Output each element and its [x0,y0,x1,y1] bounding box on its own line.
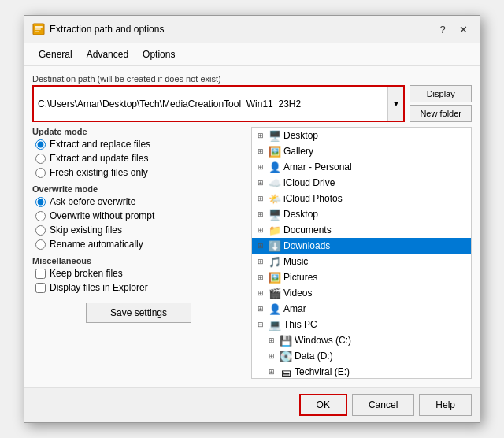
tree-item-label: Videos [284,288,312,299]
check-display-explorer[interactable]: Display files in Explorer [35,282,245,293]
tree-item-label: Music [284,256,308,267]
extraction-dialog: Extraction path and options ? ✕ General … [24,15,480,423]
new-folder-button[interactable]: New folder [410,105,472,122]
expand-icon[interactable]: ⊞ [255,272,266,283]
expand-icon[interactable]: ⊞ [255,177,266,188]
tree-item-data[interactable]: ⊞ 💽 Data (D:) [252,348,471,364]
misc-label: Miscellaneous [32,256,245,265]
tree-folder-icon: 🖼️ [269,145,281,158]
tree-item[interactable]: ⊞ 👤 Amar - Personal [252,159,471,175]
overwrite-mode-section: Overwrite mode Ask before overwrite Over… [32,184,245,250]
menu-bar: General Advanced Options [24,43,480,66]
radio-overwrite-prompt[interactable]: Overwrite without prompt [35,210,245,221]
tree-item-label: Data (D:) [295,351,333,362]
save-settings-button[interactable]: Save settings [86,303,191,323]
tree-item[interactable]: ⊞ 📁 Documents [252,222,471,238]
dest-input-wrap: ▼ [32,85,405,122]
save-settings-row: Save settings [32,303,245,323]
display-button[interactable]: Display [410,85,472,102]
menu-general[interactable]: General [32,46,79,62]
dest-row: ▼ Display New folder [32,85,472,122]
svg-rect-2 [35,28,41,30]
tree-folder-icon: 🖥️ [269,208,281,221]
radio-skip-existing[interactable]: Skip existing files [35,225,245,236]
expand-icon[interactable]: ⊞ [255,146,266,157]
tree-item[interactable]: ⊞ ☁️ iCloud Drive [252,175,471,191]
expand-icon[interactable]: ⊞ [255,256,266,267]
tree-folder-icon: 💽 [280,350,292,362]
expand-icon[interactable]: ⊞ [255,130,266,141]
tree-item-label: Downloads [284,240,330,251]
expand-icon[interactable]: ⊞ [255,161,266,173]
tree-item-label: Desktop [284,130,318,141]
cancel-button[interactable]: Cancel [352,394,414,416]
tree-item-label: iCloud Photos [284,193,343,204]
expand-icon[interactable]: ⊞ [255,288,266,299]
tree-item-label: Gallery [284,146,313,157]
tree-item-label: This PC [284,319,317,330]
update-mode-label: Update mode [32,127,245,136]
menu-options[interactable]: Options [136,46,181,62]
tree-item[interactable]: ⊞ 🖼️ Pictures [252,269,471,285]
tree-item-thispc[interactable]: ⊟ 💻 This PC [252,317,471,332]
misc-checkboxes: Keep broken files Display files in Explo… [35,268,245,293]
svg-rect-3 [35,31,39,32]
dest-buttons: Display New folder [410,85,472,122]
ask-before-label: Ask before overwrite [50,196,135,207]
tree-item-techviral[interactable]: ⊞ 🖴 Techviral (E:) [252,364,471,379]
expand-icon[interactable]: ⊞ [255,225,266,236]
title-bar: Extraction path and options ? ✕ [24,16,480,43]
help-footer-button[interactable]: Help [419,394,472,416]
fresh-existing-label: Fresh existing files only [50,167,148,178]
tree-item[interactable]: ⊞ 👤 Amar [252,301,471,317]
tree-item-downloads[interactable]: ⊞ ⬇️ Downloads [252,238,471,254]
dest-dropdown-btn[interactable]: ▼ [387,87,403,121]
tree-folder-icon: 🖴 [280,366,292,378]
tree-folder-icon: 🖼️ [269,271,281,284]
update-mode-radios: Extract and replace files Extract and up… [35,139,245,178]
dialog-content: Destination path (will be created if doe… [24,66,480,387]
menu-advanced[interactable]: Advanced [80,46,135,62]
tree-item[interactable]: ⊞ 🎵 Music [252,254,471,269]
check-keep-broken[interactable]: Keep broken files [35,268,245,279]
expand-icon[interactable]: ⊟ [255,319,266,330]
tree-item-label: Pictures [284,272,317,283]
folder-tree[interactable]: ⊞ 🖥️ Desktop ⊞ 🖼️ Gallery ⊞ 👤 Amar - Per… [251,127,472,379]
radio-ask-before[interactable]: Ask before overwrite [35,196,245,207]
tree-item[interactable]: ⊞ 🖥️ Desktop [252,128,471,143]
help-button[interactable]: ? [434,20,451,38]
dialog-footer: OK Cancel Help [24,387,480,422]
expand-icon[interactable]: ⊞ [266,351,277,362]
expand-icon[interactable]: ⊞ [255,303,266,314]
svg-rect-1 [35,26,43,28]
dest-input[interactable] [34,87,387,121]
tree-folder-icon: 👤 [269,161,281,173]
radio-fresh-existing[interactable]: Fresh existing files only [35,167,245,178]
expand-icon[interactable]: ⊞ [255,193,266,204]
tree-item[interactable]: ⊞ 🎬 Videos [252,285,471,301]
expand-icon[interactable]: ⊞ [255,209,266,220]
tree-folder-icon: 💾 [280,334,292,347]
radio-extract-update[interactable]: Extract and update files [35,153,245,164]
tree-item[interactable]: ⊞ 🌤️ iCloud Photos [252,191,471,206]
radio-extract-replace[interactable]: Extract and replace files [35,139,245,150]
tree-item-windows[interactable]: ⊞ 💾 Windows (C:) [252,332,471,348]
tree-item[interactable]: ⊞ 🖼️ Gallery [252,143,471,159]
tree-folder-icon: 💻 [269,318,281,331]
expand-icon[interactable]: ⊞ [266,366,277,377]
tree-item-label: Amar - Personal [284,161,352,173]
tree-item-label: Windows (C:) [295,335,351,346]
close-button[interactable]: ✕ [454,20,472,38]
tree-folder-icon: 🌤️ [269,192,281,205]
expand-icon[interactable]: ⊞ [266,335,277,346]
ok-button[interactable]: OK [299,394,347,416]
radio-rename-auto[interactable]: Rename automatically [35,239,245,250]
tree-folder-icon: 👤 [269,303,281,315]
expand-icon[interactable]: ⊞ [255,240,266,251]
main-area: Update mode Extract and replace files Ex… [32,127,472,379]
tree-folder-icon: 🎬 [269,287,281,299]
tree-folder-icon: ⬇️ [269,239,281,252]
tree-item-label: iCloud Drive [284,177,335,188]
extract-update-label: Extract and update files [50,153,148,164]
tree-item[interactable]: ⊞ 🖥️ Desktop [252,206,471,222]
